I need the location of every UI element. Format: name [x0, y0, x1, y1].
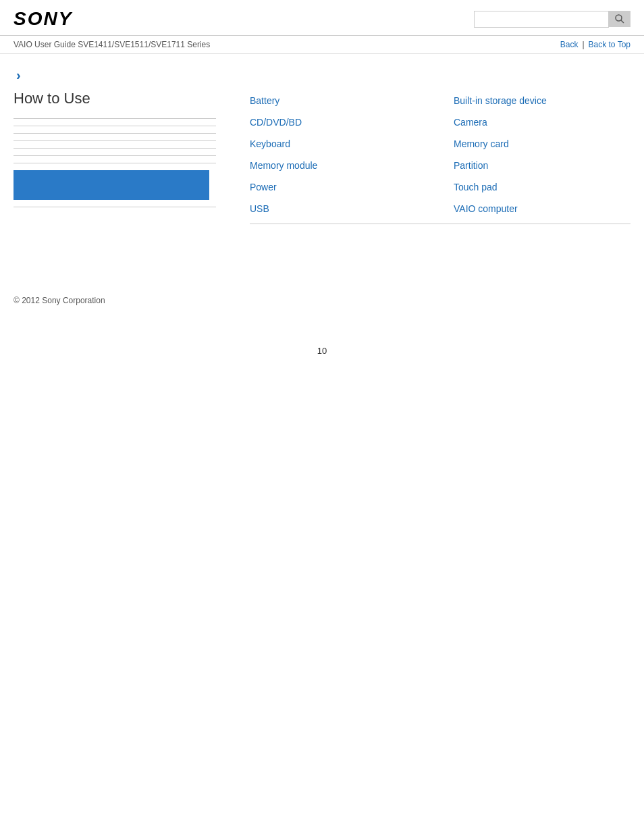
page-number: 10	[0, 346, 644, 369]
sidebar-divider-1	[14, 118, 216, 119]
link-vaio-computer[interactable]: VAIO computer	[454, 198, 630, 219]
link-power[interactable]: Power	[250, 176, 427, 198]
sidebar-blue-block	[14, 170, 209, 200]
left-link-column: Battery CD/DVD/BD Keyboard Memory module…	[250, 90, 427, 219]
sidebar-divider-8	[14, 207, 216, 207]
search-box	[474, 11, 609, 28]
left-sidebar: How to Use	[14, 90, 230, 242]
links-grid: Battery CD/DVD/BD Keyboard Memory module…	[250, 90, 630, 228]
link-battery[interactable]: Battery	[250, 90, 427, 111]
svg-line-1	[621, 20, 624, 23]
right-content: Battery CD/DVD/BD Keyboard Memory module…	[230, 90, 630, 242]
svg-point-0	[616, 15, 622, 21]
sidebar-divider-7	[14, 163, 216, 163]
copyright: © 2012 Sony Corporation	[14, 296, 105, 305]
sidebar-divider-3	[14, 133, 216, 134]
sidebar-divider-2	[14, 126, 216, 126]
section-title: How to Use	[14, 90, 216, 107]
header: SONY	[0, 0, 644, 36]
breadcrumb-links: Back | Back to Top	[560, 40, 630, 49]
link-memory-module[interactable]: Memory module	[250, 155, 427, 176]
section-arrow: ›	[16, 68, 630, 83]
main-content: › How to Use Battery CD/DVD/BD Keyboard	[0, 54, 644, 255]
content-layout: How to Use Battery CD/DVD/BD Keyboard Me…	[14, 90, 630, 242]
link-builtin-storage[interactable]: Built-in storage device	[454, 90, 630, 111]
breadcrumb-bar: VAIO User Guide SVE1411/SVE1511/SVE1711 …	[0, 36, 644, 54]
sidebar-divider-4	[14, 140, 216, 141]
sony-logo: SONY	[14, 8, 72, 30]
link-keyboard[interactable]: Keyboard	[250, 133, 427, 155]
guide-title: VAIO User Guide SVE1411/SVE1511/SVE1711 …	[14, 40, 210, 49]
link-touch-pad[interactable]: Touch pad	[454, 176, 630, 198]
search-button[interactable]	[609, 11, 630, 27]
grid-bottom-divider	[250, 224, 630, 224]
right-link-column: Built-in storage device Camera Memory ca…	[454, 90, 630, 219]
breadcrumb-separator: |	[582, 40, 584, 49]
sidebar-divider-6	[14, 155, 216, 156]
back-link[interactable]: Back	[560, 40, 579, 49]
search-input[interactable]	[480, 14, 603, 24]
link-partition[interactable]: Partition	[454, 155, 630, 176]
footer: © 2012 Sony Corporation	[0, 282, 644, 319]
link-memory-card[interactable]: Memory card	[454, 133, 630, 155]
link-camera[interactable]: Camera	[454, 111, 630, 133]
link-cddvdbd[interactable]: CD/DVD/BD	[250, 111, 427, 133]
back-to-top-link[interactable]: Back to Top	[589, 40, 630, 49]
link-usb[interactable]: USB	[250, 198, 427, 219]
sidebar-divider-5	[14, 148, 216, 149]
search-icon	[614, 14, 625, 24]
